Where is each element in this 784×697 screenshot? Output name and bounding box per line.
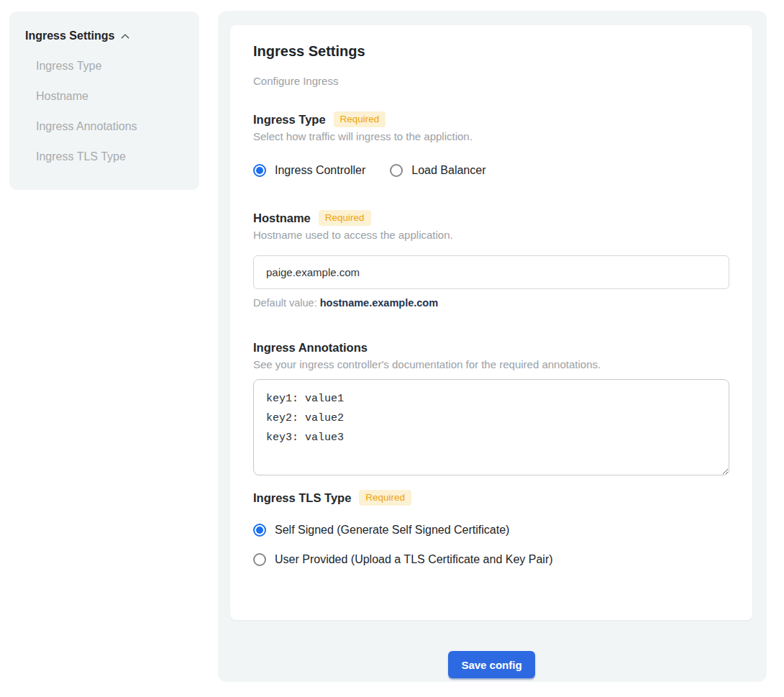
required-badge: Required [359,490,411,506]
sidebar-item-ingress-type[interactable]: Ingress Type [36,59,184,73]
sidebar-group-label: Ingress Settings [25,29,114,42]
ingress-tls-radio-group: Self Signed (Generate Self Signed Certif… [253,523,729,567]
sidebar-item-ingress-annotations[interactable]: Ingress Annotations [36,119,184,133]
section-ingress-type: Ingress Type Required Select how traffic… [253,111,729,178]
sidebar-items: Ingress Type Hostname Ingress Annotation… [36,59,184,163]
sidebar-item-ingress-tls-type[interactable]: Ingress TLS Type [36,150,184,163]
radio-unselected-icon[interactable] [390,164,403,177]
chevron-up-icon [120,32,130,42]
page-subtitle: Configure Ingress [253,75,729,88]
radio-unselected-icon[interactable] [253,553,266,566]
radio-ingress-controller[interactable]: Ingress Controller [253,163,365,178]
section-ingress-annotations: Ingress Annotations See your ingress con… [253,340,729,475]
settings-sidebar: Ingress Settings Ingress Type Hostname I… [9,12,199,190]
radio-user-provided-label: User Provided (Upload a TLS Certificate … [275,552,553,567]
hostname-default-value: Default value: hostname.example.com [253,297,729,309]
radio-self-signed-label: Self Signed (Generate Self Signed Certif… [275,523,509,537]
ingress-type-help: Select how traffic will ingress to the a… [253,130,729,143]
ingress-settings-card: Ingress Settings Configure Ingress Ingre… [230,25,752,620]
radio-selected-icon[interactable] [253,164,266,177]
required-badge: Required [334,111,386,127]
page-title: Ingress Settings [253,42,729,60]
sidebar-item-hostname[interactable]: Hostname [36,89,184,103]
radio-load-balancer-label: Load Balancer [411,163,486,178]
sidebar-group-ingress-settings[interactable]: Ingress Settings [24,29,184,42]
hostname-label: Hostname [253,210,311,226]
required-badge: Required [319,210,371,226]
ingress-annotations-help: See your ingress controller's documentat… [253,358,729,371]
hostname-input[interactable] [253,255,729,289]
ingress-annotations-textarea[interactable]: key1: value1 key2: value2 key3: value3 [253,379,729,475]
radio-ingress-controller-label: Ingress Controller [275,163,365,178]
ingress-annotations-label: Ingress Annotations [253,340,368,355]
ingress-tls-type-label: Ingress TLS Type [253,490,351,506]
default-value-prefix: Default value: [253,297,320,309]
section-hostname: Hostname Required Hostname used to acces… [253,210,729,309]
default-value-text: hostname.example.com [320,297,438,309]
section-ingress-tls-type: Ingress TLS Type Required Self Signed (G… [253,490,729,567]
save-config-button[interactable]: Save config [448,651,535,678]
radio-self-signed[interactable]: Self Signed (Generate Self Signed Certif… [253,523,729,537]
ingress-type-radio-group: Ingress Controller Load Balancer [253,163,729,178]
hostname-help: Hostname used to access the application. [253,229,729,242]
radio-selected-icon[interactable] [253,524,266,537]
ingress-type-label: Ingress Type [253,111,326,127]
main-panel: Ingress Settings Configure Ingress Ingre… [218,11,767,682]
radio-user-provided[interactable]: User Provided (Upload a TLS Certificate … [253,552,729,567]
radio-load-balancer[interactable]: Load Balancer [390,163,486,178]
